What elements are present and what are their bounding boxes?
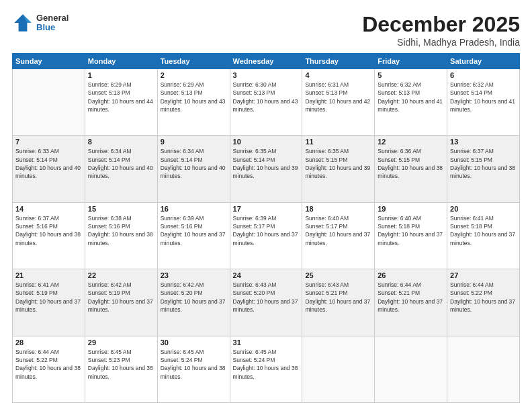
calendar: SundayMondayTuesdayWednesdayThursdayFrid… — [12, 53, 520, 403]
calendar-cell: 15Sunrise: 6:38 AMSunset: 5:16 PMDayligh… — [85, 202, 157, 269]
col-header-saturday: Saturday — [447, 54, 520, 69]
day-number: 31 — [233, 338, 300, 347]
calendar-cell: 16Sunrise: 6:39 AMSunset: 5:16 PMDayligh… — [157, 202, 230, 269]
day-info: Sunrise: 6:42 AMSunset: 5:20 PMDaylight:… — [161, 281, 227, 314]
day-number: 14 — [15, 205, 82, 213]
calendar-cell: 14Sunrise: 6:37 AMSunset: 5:16 PMDayligh… — [13, 202, 85, 269]
day-info: Sunrise: 6:40 AMSunset: 5:17 PMDaylight:… — [305, 214, 371, 247]
day-number: 20 — [450, 205, 517, 213]
week-row-3: 14Sunrise: 6:37 AMSunset: 5:16 PMDayligh… — [13, 202, 520, 269]
day-info: Sunrise: 6:39 AMSunset: 5:16 PMDaylight:… — [161, 214, 227, 247]
calendar-cell — [302, 336, 375, 402]
day-info: Sunrise: 6:41 AMSunset: 5:19 PMDaylight:… — [15, 281, 82, 314]
day-info: Sunrise: 6:45 AMSunset: 5:24 PMDaylight:… — [233, 348, 300, 381]
day-info: Sunrise: 6:37 AMSunset: 5:15 PMDaylight:… — [450, 147, 517, 180]
day-info: Sunrise: 6:38 AMSunset: 5:16 PMDaylight:… — [88, 214, 154, 247]
day-info: Sunrise: 6:30 AMSunset: 5:13 PMDaylight:… — [233, 81, 300, 113]
calendar-cell: 1Sunrise: 6:29 AMSunset: 5:13 PMDaylight… — [85, 69, 157, 136]
day-info: Sunrise: 6:29 AMSunset: 5:13 PMDaylight:… — [161, 81, 227, 113]
calendar-cell: 24Sunrise: 6:43 AMSunset: 5:20 PMDayligh… — [230, 269, 302, 336]
calendar-cell: 18Sunrise: 6:40 AMSunset: 5:17 PMDayligh… — [302, 202, 375, 269]
day-info: Sunrise: 6:36 AMSunset: 5:15 PMDaylight:… — [378, 147, 444, 180]
day-number: 4 — [305, 71, 371, 79]
day-info: Sunrise: 6:42 AMSunset: 5:19 PMDaylight:… — [88, 281, 154, 314]
calendar-cell — [447, 336, 520, 402]
page: General Blue December 2025 Sidhi, Madhya… — [0, 0, 532, 411]
day-info: Sunrise: 6:34 AMSunset: 5:14 PMDaylight:… — [161, 147, 227, 180]
calendar-cell — [375, 336, 447, 402]
day-number: 12 — [378, 138, 444, 146]
calendar-cell: 23Sunrise: 6:42 AMSunset: 5:20 PMDayligh… — [157, 269, 230, 336]
day-info: Sunrise: 6:43 AMSunset: 5:21 PMDaylight:… — [305, 281, 371, 314]
calendar-cell: 22Sunrise: 6:42 AMSunset: 5:19 PMDayligh… — [85, 269, 157, 336]
calendar-cell: 12Sunrise: 6:36 AMSunset: 5:15 PMDayligh… — [375, 136, 447, 202]
logo-icon — [12, 12, 34, 34]
day-number: 7 — [15, 138, 82, 146]
day-info: Sunrise: 6:45 AMSunset: 5:24 PMDaylight:… — [161, 348, 227, 381]
col-header-friday: Friday — [375, 54, 447, 69]
day-number: 13 — [450, 138, 517, 146]
logo-blue: Blue — [36, 23, 69, 32]
calendar-cell: 20Sunrise: 6:41 AMSunset: 5:18 PMDayligh… — [447, 202, 520, 269]
week-row-2: 7Sunrise: 6:33 AMSunset: 5:14 PMDaylight… — [13, 136, 520, 202]
day-number: 3 — [233, 71, 300, 79]
calendar-cell: 2Sunrise: 6:29 AMSunset: 5:13 PMDaylight… — [157, 69, 230, 136]
day-number: 11 — [305, 138, 371, 146]
calendar-cell: 19Sunrise: 6:40 AMSunset: 5:18 PMDayligh… — [375, 202, 447, 269]
day-number: 19 — [378, 205, 444, 213]
logo-text: General Blue — [36, 13, 69, 33]
day-number: 2 — [161, 71, 227, 79]
day-info: Sunrise: 6:44 AMSunset: 5:22 PMDaylight:… — [15, 348, 82, 381]
calendar-cell: 21Sunrise: 6:41 AMSunset: 5:19 PMDayligh… — [13, 269, 85, 336]
day-number: 15 — [88, 205, 154, 213]
day-info: Sunrise: 6:34 AMSunset: 5:14 PMDaylight:… — [88, 147, 154, 180]
day-info: Sunrise: 6:31 AMSunset: 5:13 PMDaylight:… — [305, 81, 371, 113]
calendar-cell: 13Sunrise: 6:37 AMSunset: 5:15 PMDayligh… — [447, 136, 520, 202]
day-number: 17 — [233, 205, 300, 213]
day-info: Sunrise: 6:32 AMSunset: 5:13 PMDaylight:… — [378, 81, 444, 113]
day-number: 29 — [88, 338, 154, 347]
col-header-tuesday: Tuesday — [157, 54, 230, 69]
day-number: 26 — [378, 271, 444, 279]
calendar-cell: 27Sunrise: 6:44 AMSunset: 5:22 PMDayligh… — [447, 269, 520, 336]
calendar-cell: 17Sunrise: 6:39 AMSunset: 5:17 PMDayligh… — [230, 202, 302, 269]
day-number: 30 — [161, 338, 227, 347]
week-row-1: 1Sunrise: 6:29 AMSunset: 5:13 PMDaylight… — [13, 69, 520, 136]
title-block: December 2025 Sidhi, Madhya Pradesh, Ind… — [362, 12, 520, 48]
day-number: 6 — [450, 71, 517, 79]
day-number: 25 — [305, 271, 371, 279]
calendar-cell: 6Sunrise: 6:32 AMSunset: 5:14 PMDaylight… — [447, 69, 520, 136]
day-info: Sunrise: 6:44 AMSunset: 5:21 PMDaylight:… — [378, 281, 444, 314]
day-number: 9 — [161, 138, 227, 146]
day-number: 21 — [15, 271, 82, 279]
day-info: Sunrise: 6:39 AMSunset: 5:17 PMDaylight:… — [233, 214, 300, 247]
day-info: Sunrise: 6:45 AMSunset: 5:23 PMDaylight:… — [88, 348, 154, 381]
calendar-cell: 28Sunrise: 6:44 AMSunset: 5:22 PMDayligh… — [13, 336, 85, 402]
calendar-cell: 30Sunrise: 6:45 AMSunset: 5:24 PMDayligh… — [157, 336, 230, 402]
day-info: Sunrise: 6:37 AMSunset: 5:16 PMDaylight:… — [15, 214, 82, 247]
location: Sidhi, Madhya Pradesh, India — [362, 37, 520, 48]
col-header-sunday: Sunday — [13, 54, 85, 69]
day-info: Sunrise: 6:43 AMSunset: 5:20 PMDaylight:… — [233, 281, 300, 314]
day-number: 10 — [233, 138, 300, 146]
calendar-cell: 10Sunrise: 6:35 AMSunset: 5:14 PMDayligh… — [230, 136, 302, 202]
day-number: 1 — [88, 71, 154, 79]
calendar-cell: 4Sunrise: 6:31 AMSunset: 5:13 PMDaylight… — [302, 69, 375, 136]
calendar-cell: 8Sunrise: 6:34 AMSunset: 5:14 PMDaylight… — [85, 136, 157, 202]
calendar-cell: 5Sunrise: 6:32 AMSunset: 5:13 PMDaylight… — [375, 69, 447, 136]
calendar-cell: 31Sunrise: 6:45 AMSunset: 5:24 PMDayligh… — [230, 336, 302, 402]
day-info: Sunrise: 6:29 AMSunset: 5:13 PMDaylight:… — [88, 81, 154, 113]
calendar-cell: 3Sunrise: 6:30 AMSunset: 5:13 PMDaylight… — [230, 69, 302, 136]
col-header-monday: Monday — [85, 54, 157, 69]
week-row-4: 21Sunrise: 6:41 AMSunset: 5:19 PMDayligh… — [13, 269, 520, 336]
logo: General Blue — [12, 12, 69, 34]
day-info: Sunrise: 6:41 AMSunset: 5:18 PMDaylight:… — [450, 214, 517, 247]
day-number: 16 — [161, 205, 227, 213]
day-info: Sunrise: 6:40 AMSunset: 5:18 PMDaylight:… — [378, 214, 444, 247]
day-number: 28 — [15, 338, 82, 347]
day-info: Sunrise: 6:44 AMSunset: 5:22 PMDaylight:… — [450, 281, 517, 314]
day-number: 18 — [305, 205, 371, 213]
day-number: 24 — [233, 271, 300, 279]
day-info: Sunrise: 6:32 AMSunset: 5:14 PMDaylight:… — [450, 81, 517, 113]
calendar-cell: 7Sunrise: 6:33 AMSunset: 5:14 PMDaylight… — [13, 136, 85, 202]
